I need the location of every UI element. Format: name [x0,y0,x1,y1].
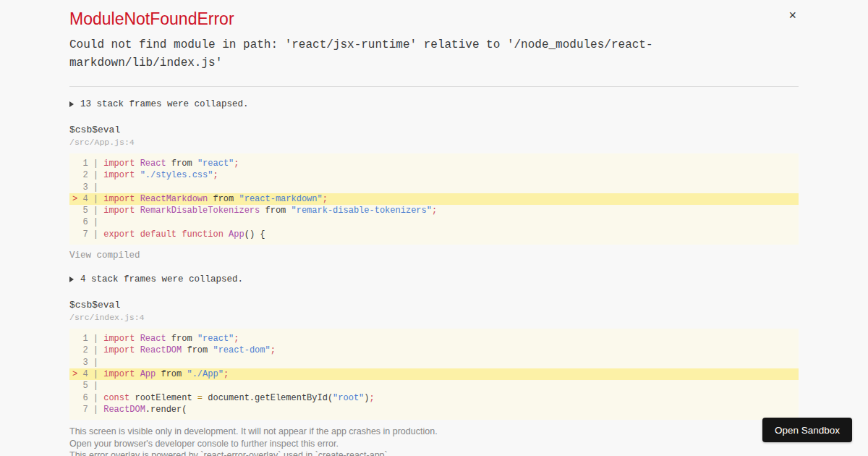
code-token: import [103,194,135,204]
line-marker [72,170,82,180]
code-token: from [166,334,197,344]
code-token: from [156,369,187,379]
stack-frame: 13 stack frames were collapsed.$csb$eval… [69,99,799,261]
line-number: 4 | [82,194,103,204]
code-line: 5 | [69,380,799,392]
code-token [135,334,140,344]
code-token: () { [244,229,265,240]
code-line: 1 | import React from "react"; [69,158,799,169]
code-line: 5 | import RemarkDisableTokenizers from … [69,205,799,216]
code-token: const [103,393,129,403]
line-marker: > [72,369,82,379]
code-block: 1 | import React from "react"; 2 | impor… [69,329,799,420]
code-token: from [166,159,197,169]
footer-notes: This screen is visible only in developme… [69,426,799,456]
code-token: ; [432,206,437,216]
line-marker [72,334,82,344]
footer-note-powered-by: This error overlay is powered by `react-… [69,449,799,456]
line-number: 4 | [82,369,103,379]
code-token: import [103,206,135,216]
code-line-highlighted: > 4 | import App from "./App"; [69,368,799,380]
code-token: ReactDOM [140,345,182,355]
code-token: App [140,369,156,379]
code-token: ) [364,393,369,403]
code-line: 3 | [69,182,799,193]
code-line-highlighted: > 4 | import ReactMarkdown from "react-m… [69,193,799,205]
code-line: 6 | const rootElement = document.getElem… [69,392,799,404]
close-button[interactable]: × [788,9,796,22]
frame-function-name: $csb$eval [69,300,799,311]
line-number: 1 | [82,159,103,169]
code-token: ; [271,345,276,355]
line-number: 3 | [82,358,103,368]
line-number: 7 | [82,229,103,240]
code-token: ReactDOM [103,405,145,415]
footer-note-console: Open your browser's developer console to… [69,438,799,450]
collapse-triangle-icon [69,101,74,107]
code-token: ; [213,170,218,180]
code-line: 2 | import ReactDOM from "react-dom"; [69,345,799,356]
code-line: 2 | import "./styles.css"; [69,169,799,181]
code-token: "root" [333,393,364,403]
line-marker [72,405,82,415]
code-token: "./App" [187,369,223,379]
code-token [224,229,229,240]
footer-note-development: This screen is visible only in developme… [69,426,799,438]
divider [69,86,799,87]
line-number: 2 | [82,170,103,180]
code-token: "remark-disable-tokenizers" [292,206,432,216]
line-marker: > [72,194,82,204]
code-token [135,170,140,180]
code-token: "react" [197,334,234,344]
line-number: 5 | [82,206,103,216]
line-marker [72,206,82,216]
code-line: 7 | ReactDOM.render( [69,404,799,415]
frame-file-link[interactable]: /src/App.js:4 [69,138,799,147]
frame-function-name: $csb$eval [69,124,799,135]
code-token [135,229,140,240]
collapse-toggle[interactable]: 4 stack frames were collapsed. [69,274,799,284]
line-marker [72,345,82,355]
line-marker [72,358,82,368]
code-token: from [182,345,213,355]
code-token [135,194,140,204]
code-token: rootElement [129,393,197,403]
line-number: 1 | [82,334,103,344]
collapse-label: 13 stack frames were collapsed. [80,99,249,109]
view-compiled-link[interactable]: View compiled [69,250,140,261]
code-token: "react" [197,159,234,169]
code-token: ; [370,393,375,403]
code-token: import [103,345,135,355]
code-token: document.getElementById( [203,393,333,403]
code-token: default [140,229,176,240]
collapse-triangle-icon [69,276,74,282]
open-sandbox-button[interactable]: Open Sandbox [762,418,852,442]
code-token: ; [234,334,239,344]
code-token: App [229,229,244,240]
code-token: ReactMarkdown [140,194,208,204]
code-token: import [103,170,135,180]
code-token [135,206,140,216]
code-token: React [140,334,166,344]
line-marker [72,159,82,169]
line-marker [72,229,82,240]
collapse-toggle[interactable]: 13 stack frames were collapsed. [69,99,799,109]
line-number: 6 | [82,393,103,403]
line-marker [72,381,82,391]
code-token: function [182,229,224,240]
stack-frame: 4 stack frames were collapsed.$csb$eval/… [69,274,799,420]
code-token: RemarkDisableTokenizers [140,206,260,216]
code-token: "react-dom" [213,345,270,355]
line-number: 7 | [82,405,103,415]
code-block: 1 | import React from "react"; 2 | impor… [69,153,799,245]
code-token: import [103,369,135,379]
error-overlay: ModuleNotFoundError × Could not find mod… [0,0,868,456]
code-line: 6 | [69,216,799,228]
collapse-label: 4 stack frames were collapsed. [80,274,243,284]
frame-file-link[interactable]: /src/index.js:4 [69,313,799,322]
code-token: React [140,159,166,169]
code-token [135,159,140,169]
code-token: from [208,194,239,204]
code-token: .render( [145,405,187,415]
code-token: import [103,334,135,344]
